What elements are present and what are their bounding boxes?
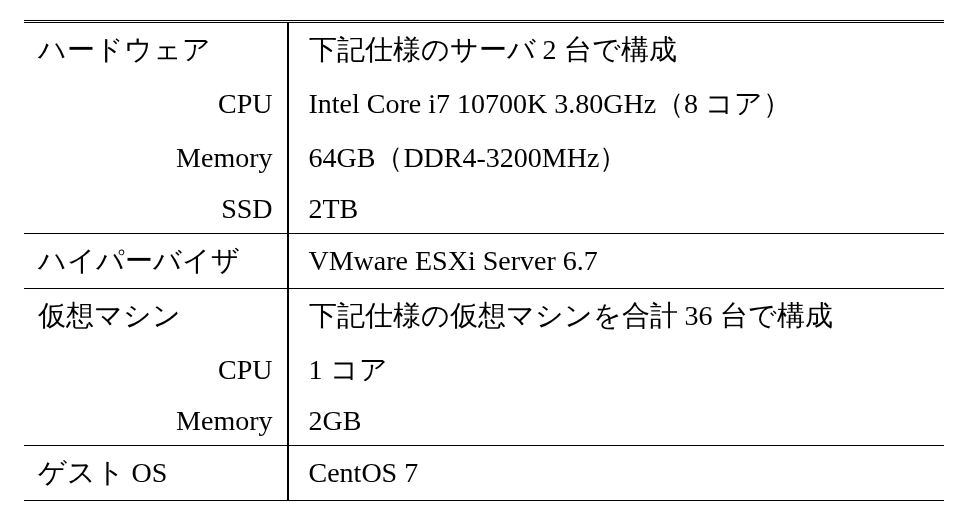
row-label: ゲスト OS [24,446,288,501]
row-value: 下記仕様の仮想マシンを合計 36 台で構成 [288,289,944,344]
row-label: SSD [24,185,288,234]
row-label: Memory [24,131,288,185]
table-row: 仮想マシン下記仕様の仮想マシンを合計 36 台で構成 [24,289,944,344]
row-value: 2GB [288,397,944,446]
row-value: 下記仕様のサーバ 2 台で構成 [288,23,944,77]
table-row: ハイパーバイザVMware ESXi Server 6.7 [24,234,944,289]
row-value: Intel Core i7 10700K 3.80GHz（8 コア） [288,77,944,131]
row-value: 64GB（DDR4-3200MHz） [288,131,944,185]
row-value: 2TB [288,185,944,234]
row-value: VMware ESXi Server 6.7 [288,234,944,289]
row-label: ハイパーバイザ [24,234,288,289]
row-label: Memory [24,397,288,446]
row-label: CPU [24,77,288,131]
row-label: 仮想マシン [24,289,288,344]
table-row: ゲスト OSCentOS 7 [24,446,944,501]
table-row: CPU1 コア [24,343,944,397]
table-row: CPUIntel Core i7 10700K 3.80GHz（8 コア） [24,77,944,131]
table-row: Memory64GB（DDR4-3200MHz） [24,131,944,185]
spec-table-container: ハードウェア下記仕様のサーバ 2 台で構成CPUIntel Core i7 10… [24,20,944,501]
table-row: SSD2TB [24,185,944,234]
row-label: CPU [24,343,288,397]
row-label: ハードウェア [24,23,288,77]
spec-table: ハードウェア下記仕様のサーバ 2 台で構成CPUIntel Core i7 10… [24,23,944,501]
row-value: CentOS 7 [288,446,944,501]
table-row: ハードウェア下記仕様のサーバ 2 台で構成 [24,23,944,77]
row-value: 1 コア [288,343,944,397]
table-row: Memory2GB [24,397,944,446]
